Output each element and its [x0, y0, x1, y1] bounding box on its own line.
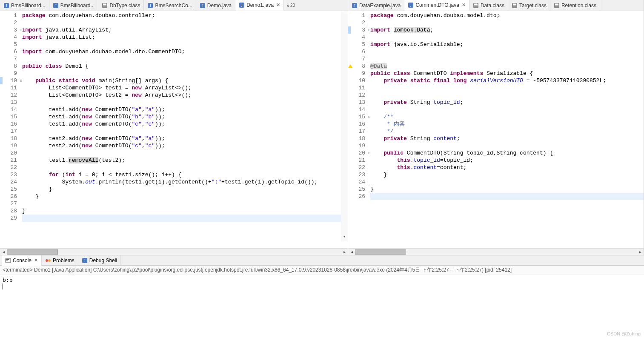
scroll-right-icon[interactable]: ▸: [637, 249, 644, 255]
line-number[interactable]: 5: [348, 41, 369, 48]
line-number[interactable]: 26: [0, 193, 21, 200]
code-line[interactable]: }: [22, 186, 348, 193]
line-number[interactable]: 11: [348, 84, 369, 92]
line-number[interactable]: 6: [348, 48, 369, 55]
code-line[interactable]: test2.add(new CommentDTO("c","c"));: [22, 142, 348, 149]
code-line[interactable]: [22, 41, 348, 48]
code-line[interactable]: test1.add(new CommentDTO("a","a"));: [22, 106, 348, 113]
line-number[interactable]: 25: [348, 186, 369, 193]
editor-tab[interactable]: 101Retention.class: [550, 0, 600, 11]
line-number[interactable]: 19: [348, 142, 369, 149]
code-line[interactable]: [22, 19, 348, 26]
console-output[interactable]: b:b: [0, 275, 644, 338]
line-number[interactable]: 17: [0, 128, 21, 135]
code-line[interactable]: import lombok.Data;: [370, 26, 644, 34]
line-number[interactable]: 14: [0, 106, 21, 113]
code-line[interactable]: public CommentDTO(String topic_id,String…: [370, 149, 644, 157]
line-number[interactable]: 13: [0, 99, 21, 106]
code-line[interactable]: [370, 55, 644, 63]
line-number[interactable]: 4: [0, 34, 21, 41]
scroll-left-icon[interactable]: ◂: [0, 249, 7, 255]
line-number[interactable]: 7: [348, 55, 369, 63]
right-hscroll[interactable]: ◂ ▸: [348, 248, 644, 255]
scroll-right-icon[interactable]: ▸: [341, 249, 348, 255]
line-number[interactable]: 17: [348, 128, 369, 135]
line-number[interactable]: 10: [0, 77, 21, 84]
line-number[interactable]: 18: [0, 135, 21, 142]
code-line[interactable]: }: [22, 207, 348, 215]
line-number[interactable]: 21: [348, 157, 369, 164]
line-number[interactable]: 11: [0, 84, 21, 92]
left-vscroll[interactable]: ▾: [341, 11, 348, 241]
editor-tab[interactable]: JDataExample.java: [348, 0, 404, 11]
scroll-down-icon[interactable]: ▾: [341, 233, 348, 241]
line-number[interactable]: 12: [0, 92, 21, 99]
code-line[interactable]: private String topic_id;: [370, 99, 644, 106]
bottom-tab-problems[interactable]: Problems: [42, 255, 78, 266]
left-code-body[interactable]: package com.douyuehan.doubao.controller;…: [21, 11, 348, 248]
line-number[interactable]: 2: [0, 19, 21, 26]
line-number[interactable]: 27: [0, 200, 21, 207]
warning-icon[interactable]: [348, 64, 352, 68]
line-number[interactable]: 3: [348, 26, 369, 34]
code-line[interactable]: [370, 178, 644, 186]
code-line[interactable]: for (int i = 0; i < test1.size(); i++) {: [22, 171, 348, 178]
line-number[interactable]: 9: [0, 70, 21, 77]
line-number[interactable]: 1: [348, 12, 369, 19]
code-line[interactable]: System.out.println(test1.get(i).getConte…: [22, 178, 348, 186]
line-number[interactable]: 8: [0, 63, 21, 70]
code-line[interactable]: test1.removeAll(test2);: [22, 157, 348, 164]
right-code-area[interactable]: 1234567891011121314151617181920212223242…: [348, 11, 644, 248]
code-line[interactable]: public class CommentDTO implements Seria…: [370, 70, 644, 77]
line-number[interactable]: 24: [0, 178, 21, 186]
code-line[interactable]: import java.io.Serializable;: [370, 41, 644, 48]
code-line[interactable]: [22, 99, 348, 106]
code-line[interactable]: }: [370, 186, 644, 193]
line-number[interactable]: 15: [0, 113, 21, 120]
show-more-tabs-button[interactable]: »20: [284, 3, 298, 9]
code-line[interactable]: }: [370, 171, 644, 178]
line-number[interactable]: 21: [0, 157, 21, 164]
line-number[interactable]: 10: [348, 77, 369, 84]
line-number[interactable]: 25: [0, 186, 21, 193]
editor-tab[interactable]: 101Target.class: [508, 0, 550, 11]
code-line[interactable]: @Data: [370, 63, 644, 70]
code-line[interactable]: test1.add(new CommentDTO("b","b"));: [22, 113, 348, 120]
editor-tab[interactable]: JDemo.java: [196, 0, 235, 11]
line-number[interactable]: 23: [0, 171, 21, 178]
line-number[interactable]: 16: [348, 120, 369, 128]
code-line[interactable]: import java.util.ArrayList;: [22, 26, 348, 34]
line-number[interactable]: 28: [0, 207, 21, 215]
editor-tab[interactable]: JDemo1.java✕: [235, 0, 284, 11]
line-number[interactable]: 3: [0, 26, 21, 34]
close-icon[interactable]: ✕: [462, 2, 466, 8]
code-line[interactable]: package com.douyuehan.doubao.controller;: [22, 12, 348, 19]
code-line[interactable]: [22, 149, 348, 157]
code-line[interactable]: package com.douyuehan.doubao.model.dto;: [370, 12, 644, 19]
hscroll-thumb[interactable]: [355, 249, 406, 255]
editor-tab[interactable]: JBmsBillboard...: [49, 0, 99, 11]
code-line[interactable]: [370, 193, 644, 200]
line-number[interactable]: 8: [348, 63, 369, 70]
code-line[interactable]: [22, 128, 348, 135]
line-number[interactable]: 22: [348, 164, 369, 171]
code-line[interactable]: List<CommentDTO> test1 = new ArrayList<>…: [22, 84, 348, 92]
line-number[interactable]: 2: [348, 19, 369, 26]
code-line[interactable]: public static void main(String[] args) {: [22, 77, 348, 84]
line-number[interactable]: 18: [348, 135, 369, 142]
line-number[interactable]: 20: [348, 149, 369, 157]
code-line[interactable]: [370, 34, 644, 41]
code-line[interactable]: test1.add(new CommentDTO("c","c"));: [22, 120, 348, 128]
line-number[interactable]: 1: [0, 12, 21, 19]
bottom-tab-debug-shell[interactable]: JDebug Shell: [78, 255, 121, 266]
line-number[interactable]: 20: [0, 149, 21, 157]
line-number[interactable]: 7: [0, 55, 21, 63]
code-line[interactable]: import com.douyuehan.doubao.model.dto.Co…: [22, 48, 348, 55]
bottom-tab-console[interactable]: Console✕: [2, 255, 42, 266]
line-number[interactable]: 4: [348, 34, 369, 41]
line-number[interactable]: 16: [0, 120, 21, 128]
line-number[interactable]: 23: [348, 171, 369, 178]
editor-tab[interactable]: 101Data.class: [469, 0, 508, 11]
close-icon[interactable]: ✕: [276, 2, 280, 8]
hscroll-thumb[interactable]: [7, 249, 58, 255]
